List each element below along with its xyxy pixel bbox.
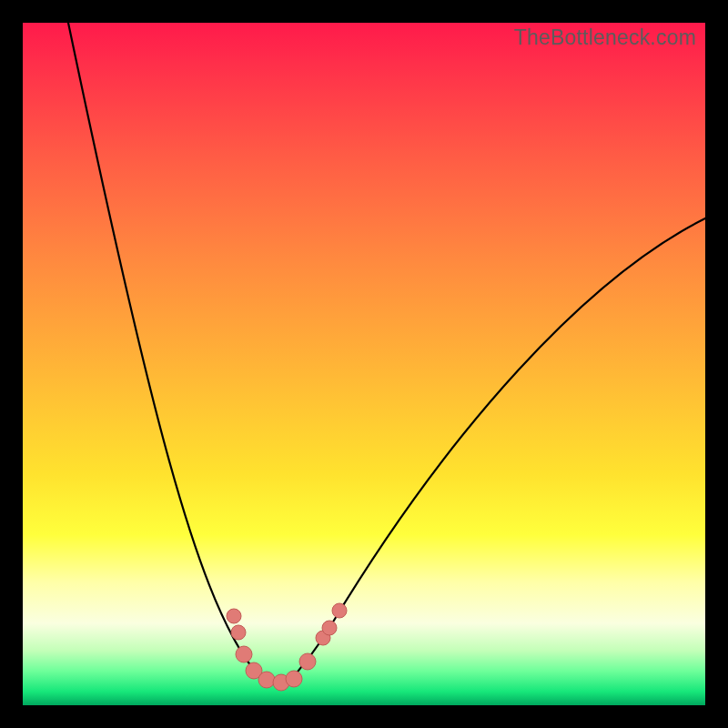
data-marker [322, 621, 337, 635]
data-marker [286, 671, 302, 687]
data-marker [236, 646, 252, 662]
data-marker [258, 672, 275, 688]
data-marker [227, 609, 241, 623]
data-marker [231, 625, 246, 640]
data-marker [332, 603, 347, 618]
data-marker [299, 653, 316, 670]
chart-plot-area: TheBottleneck.com [23, 23, 705, 705]
marker-layer [23, 23, 705, 705]
